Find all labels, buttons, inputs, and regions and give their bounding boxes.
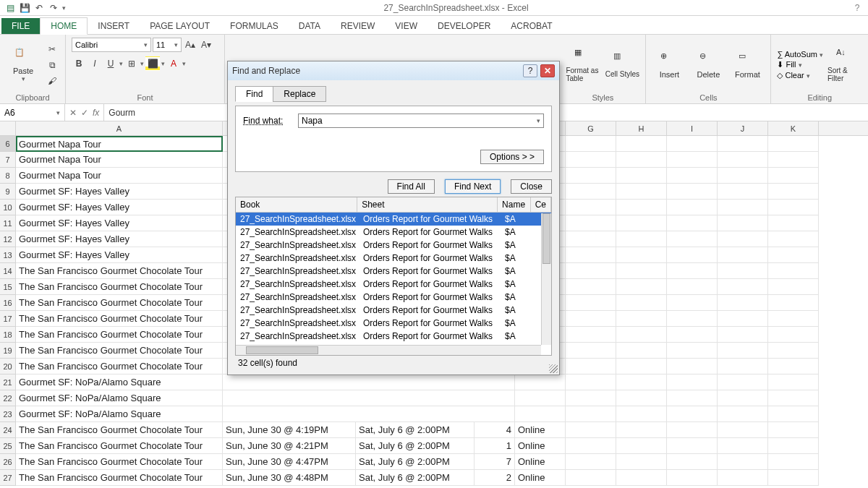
result-row[interactable]: 27_SearchInSpreadsheet.xlsxOrders Report… — [236, 291, 551, 304]
cell[interactable] — [566, 136, 616, 152]
cell[interactable]: The San Francisco Gourmet Chocolate Tour — [16, 311, 223, 327]
row-header[interactable]: 20 — [0, 359, 16, 374]
cell[interactable] — [566, 390, 616, 406]
cell[interactable] — [616, 295, 667, 311]
cell[interactable] — [718, 279, 768, 295]
format-button[interactable]: ▭Format — [730, 51, 765, 79]
cell[interactable]: Sun, June 30 @ 4:47PM — [223, 454, 356, 470]
cell[interactable] — [667, 454, 718, 470]
cell[interactable] — [616, 390, 667, 406]
cell[interactable]: Gourmet Napa Tour — [16, 152, 223, 168]
row-header[interactable]: 24 — [0, 422, 16, 438]
save-icon[interactable]: 💾 — [19, 2, 30, 14]
cell[interactable]: Online — [515, 438, 566, 454]
cell[interactable]: The San Francisco Gourmet Chocolate Tour — [16, 343, 223, 359]
row-header[interactable]: 25 — [0, 438, 16, 454]
cell[interactable]: Gourmet SF: Hayes Valley — [16, 184, 223, 200]
cell[interactable] — [566, 311, 616, 327]
cell[interactable] — [566, 215, 616, 231]
cell[interactable] — [616, 406, 667, 422]
bold-button[interactable]: B — [72, 56, 86, 71]
cell[interactable]: The San Francisco Gourmet Chocolate Tour — [16, 438, 223, 454]
cell[interactable] — [566, 247, 616, 263]
cell[interactable] — [566, 231, 616, 247]
tab-review[interactable]: REVIEW — [331, 18, 385, 34]
dialog-titlebar[interactable]: Find and Replace ? ✕ — [228, 61, 559, 80]
cell[interactable] — [718, 406, 768, 422]
cell[interactable] — [718, 168, 768, 184]
cell[interactable] — [667, 200, 718, 215]
result-row[interactable]: 27_SearchInSpreadsheet.xlsxOrders Report… — [236, 213, 551, 226]
cell[interactable] — [616, 215, 667, 231]
cell[interactable]: Sat, July 6 @ 2:00PM — [356, 454, 475, 470]
cell[interactable] — [718, 327, 768, 343]
result-row[interactable]: 27_SearchInSpreadsheet.xlsxOrders Report… — [236, 226, 551, 239]
cell[interactable] — [768, 406, 819, 422]
cell[interactable] — [667, 247, 718, 263]
cell[interactable] — [566, 168, 616, 184]
cell[interactable] — [718, 422, 768, 438]
cell[interactable] — [718, 311, 768, 327]
cell[interactable]: Sat, July 6 @ 2:00PM — [356, 422, 475, 438]
find-next-button[interactable]: Find Next — [445, 179, 501, 194]
cell[interactable] — [566, 359, 616, 374]
cell[interactable]: Online — [515, 454, 566, 470]
cell[interactable]: The San Francisco Gourmet Chocolate Tour — [16, 279, 223, 295]
find-tab[interactable]: Find — [235, 86, 273, 102]
cell[interactable] — [718, 470, 768, 486]
cell[interactable] — [667, 311, 718, 327]
cell[interactable]: The San Francisco Gourmet Chocolate Tour — [16, 295, 223, 311]
tab-data[interactable]: DATA — [289, 18, 331, 34]
cell[interactable] — [667, 470, 718, 486]
cell[interactable] — [768, 263, 819, 279]
cell[interactable] — [667, 168, 718, 184]
cell[interactable]: 7 — [475, 454, 515, 470]
cell[interactable] — [718, 390, 768, 406]
cell[interactable] — [768, 374, 819, 390]
cell[interactable] — [515, 406, 566, 422]
cell[interactable]: The San Francisco Gourmet Chocolate Tour — [16, 470, 223, 486]
cell[interactable] — [718, 263, 768, 279]
cell[interactable]: 4 — [475, 422, 515, 438]
cell[interactable]: Sun, June 30 @ 4:48PM — [223, 470, 356, 486]
row-header[interactable]: 9 — [0, 184, 16, 200]
col-header-J[interactable]: J — [718, 121, 768, 135]
cell[interactable]: 1 — [475, 438, 515, 454]
result-row[interactable]: 27_SearchInSpreadsheet.xlsxOrders Report… — [236, 252, 551, 265]
cell[interactable] — [566, 152, 616, 168]
result-row[interactable]: 27_SearchInSpreadsheet.xlsxOrders Report… — [236, 278, 551, 291]
border-icon[interactable]: ⊞ — [124, 56, 139, 71]
cell[interactable]: Sat, July 6 @ 2:00PM — [356, 438, 475, 454]
options-button[interactable]: Options > > — [480, 150, 544, 164]
cell[interactable] — [718, 454, 768, 470]
tab-home[interactable]: HOME — [40, 17, 88, 35]
cell[interactable]: Online — [515, 422, 566, 438]
cell[interactable] — [667, 359, 718, 374]
cell[interactable] — [566, 295, 616, 311]
cell[interactable]: The San Francisco Gourmet Chocolate Tour — [16, 454, 223, 470]
col-header-I[interactable]: I — [667, 121, 718, 135]
cell[interactable] — [768, 215, 819, 231]
cell[interactable] — [667, 263, 718, 279]
cell[interactable] — [718, 200, 768, 215]
cell[interactable] — [718, 247, 768, 263]
cell[interactable] — [718, 184, 768, 200]
cell[interactable] — [667, 422, 718, 438]
cell[interactable] — [515, 374, 566, 390]
select-all-corner[interactable] — [0, 121, 16, 135]
cell[interactable] — [768, 295, 819, 311]
cell[interactable] — [566, 374, 616, 390]
hscroll-thumb[interactable] — [246, 346, 318, 354]
shrink-font-icon[interactable]: A▾ — [199, 38, 213, 52]
cell[interactable] — [667, 152, 718, 168]
result-row[interactable]: 27_SearchInSpreadsheet.xlsxOrders Report… — [236, 304, 551, 317]
cell[interactable] — [768, 327, 819, 343]
cell[interactable] — [768, 231, 819, 247]
cell[interactable] — [768, 152, 819, 168]
cell[interactable]: The San Francisco Gourmet Chocolate Tour — [16, 327, 223, 343]
tab-file[interactable]: FILE — [1, 18, 40, 34]
cell[interactable] — [667, 136, 718, 152]
cell[interactable] — [667, 295, 718, 311]
row-header[interactable]: 6 — [0, 136, 16, 152]
find-what-input[interactable]: Napa▾ — [298, 114, 544, 128]
